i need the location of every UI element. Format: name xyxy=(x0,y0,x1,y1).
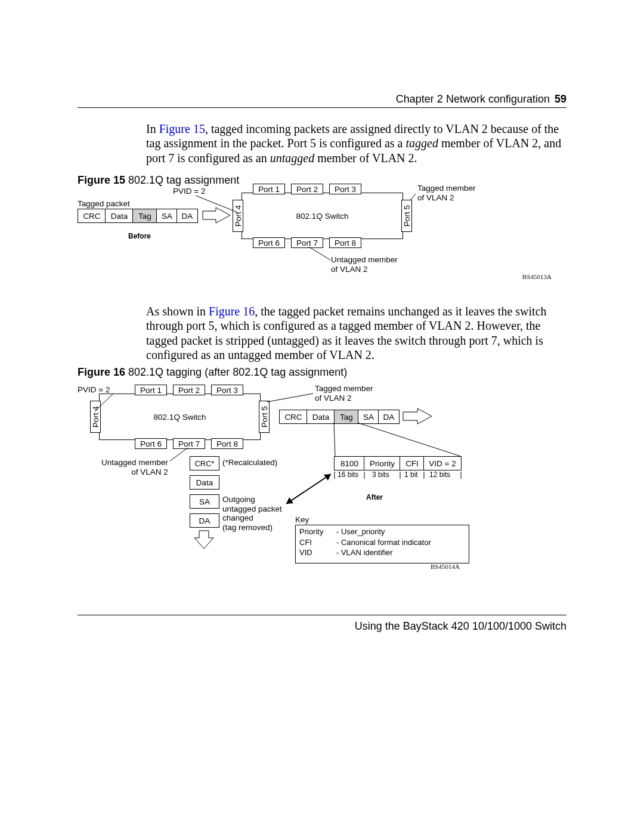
tagged-packet-label: Tagged packet xyxy=(78,199,130,209)
packet-out-sa: SA xyxy=(358,410,379,424)
switch-body-16: 802.1Q Switch xyxy=(99,394,261,440)
pvid-label: PVID = 2 xyxy=(173,187,205,196)
tag-priority-bits: 3 bits xyxy=(372,471,389,479)
body-paragraph-2: As shown in Figure 16, the tagged packet… xyxy=(146,304,566,363)
packet-sa: SA xyxy=(156,209,178,223)
port-6: Port 6 xyxy=(253,237,285,248)
figure-id: BS45013A xyxy=(522,273,552,281)
svg-marker-18 xyxy=(194,531,213,549)
tagged-member-label: Tagged member of VLAN 2 xyxy=(417,184,476,202)
port-5: Port 5 xyxy=(401,200,412,232)
chapter-title: Chapter 2 Network configuration xyxy=(396,93,550,105)
untagged-member-label: Untagged member of VLAN 2 xyxy=(331,255,398,274)
port-8-16: Port 8 xyxy=(211,438,243,449)
svg-line-6 xyxy=(170,448,188,461)
footer-rule xyxy=(78,615,566,615)
tagged-member-label-16: Tagged member of VLAN 2 xyxy=(315,384,373,402)
page-number: 59 xyxy=(555,93,566,105)
port-7: Port 7 xyxy=(291,237,323,248)
svg-line-15 xyxy=(286,474,331,504)
packet-out-da: DA xyxy=(378,410,400,424)
port-3: Port 3 xyxy=(329,184,361,194)
untagged-crc: CRC* xyxy=(190,456,219,470)
key-priority-r: - User_priority xyxy=(336,527,431,537)
footer-text: Using the BayStack 420 10/100/1000 Switc… xyxy=(355,620,566,633)
port-1-16: Port 1 xyxy=(135,385,167,395)
packet-da: DA xyxy=(177,209,198,223)
port-2-16: Port 2 xyxy=(173,385,205,395)
key-priority-l: Priority xyxy=(299,527,336,537)
packet-data: Data xyxy=(105,209,134,223)
port-1: Port 1 xyxy=(253,184,285,194)
key-vid-r: - VLAN identifier xyxy=(336,547,431,558)
key-cfi-l: CFI xyxy=(299,537,336,548)
tag-priority: Priority xyxy=(364,456,401,470)
port-7-16: Port 7 xyxy=(173,438,205,449)
svg-line-3 xyxy=(309,247,330,260)
svg-marker-0 xyxy=(203,208,230,223)
packet-out-crc: CRC xyxy=(279,410,308,424)
body-paragraph-1: In Figure 15, tagged incoming packets ar… xyxy=(146,122,566,165)
packet-tag: Tag xyxy=(132,209,157,223)
port-2: Port 2 xyxy=(291,184,323,194)
tag-tpid-bits: 16 bits xyxy=(338,471,358,479)
key-title: Key xyxy=(295,515,309,525)
svg-line-5 xyxy=(267,394,313,402)
untagged-sa: SA xyxy=(190,494,219,509)
port-4-16: Port 4 xyxy=(90,401,101,433)
svg-line-9 xyxy=(358,423,460,456)
tag-vid-bits: 12 bits xyxy=(429,471,450,479)
recalc-label: (*Recalculated) xyxy=(222,458,277,467)
figure-16-link[interactable]: Figure 16 xyxy=(209,305,255,318)
untagged-data: Data xyxy=(190,475,219,490)
untagged-member-label-16: Untagged member of VLAN 2 xyxy=(101,458,168,476)
after-label: After xyxy=(366,494,383,502)
before-label: Before xyxy=(128,233,151,241)
key-box: Priority- User_priority CFI- Canonical f… xyxy=(295,525,469,563)
figure-16-diagram: PVID = 2 802.1Q Switch Port 1 Port 2 Por… xyxy=(78,382,566,572)
packet-out-tag: Tag xyxy=(334,410,359,424)
header-rule xyxy=(78,107,566,108)
port-6-16: Port 6 xyxy=(135,438,167,449)
figure-15-diagram: PVID = 2 Tagged packet CRC Data Tag SA D… xyxy=(78,184,566,285)
port-4: Port 4 xyxy=(233,200,243,232)
figure-16-caption: Figure 16 802.1Q tagging (after 802.1Q t… xyxy=(78,366,347,379)
port-8: Port 8 xyxy=(329,237,361,248)
running-header: Chapter 2 Network configuration59 xyxy=(396,93,566,106)
svg-line-8 xyxy=(334,423,335,456)
port-5-16: Port 5 xyxy=(259,401,270,433)
untagged-da: DA xyxy=(190,513,219,528)
figure-16-id: BS45014A xyxy=(431,563,460,571)
key-cfi-r: - Canonical format indicator xyxy=(336,537,431,548)
figure-15-link[interactable]: Figure 15 xyxy=(159,122,205,135)
svg-marker-16 xyxy=(324,474,331,481)
packet-crc: CRC xyxy=(78,209,106,223)
svg-line-1 xyxy=(196,196,237,212)
svg-marker-7 xyxy=(403,408,432,424)
switch-body: 802.1Q Switch xyxy=(242,193,403,239)
tag-cfi: CFI xyxy=(400,456,425,470)
tag-vid: VID = 2 xyxy=(423,456,462,470)
tag-tpid: 8100 xyxy=(334,456,365,470)
outgoing-label: Outgoing untagged packet changed (tag re… xyxy=(222,495,282,532)
port-3-16: Port 3 xyxy=(211,385,243,395)
key-vid-l: VID xyxy=(299,547,336,558)
svg-marker-17 xyxy=(286,497,293,504)
packet-out-data: Data xyxy=(306,410,335,424)
tag-cfi-bits: 1 bit xyxy=(404,471,418,479)
